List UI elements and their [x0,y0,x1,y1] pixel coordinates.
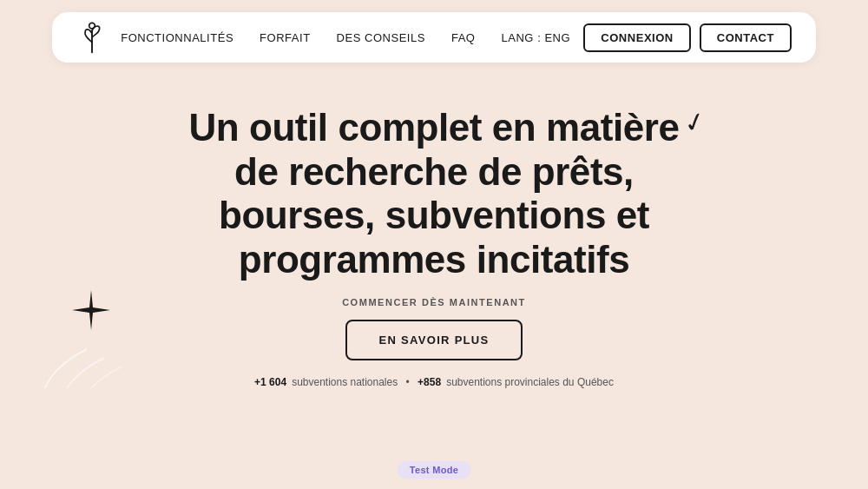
navbar: FONCTIONNALITÉS FORFAIT DES CONSEILS FAQ… [52,12,816,63]
logo[interactable] [76,19,108,56]
test-mode-badge: Test Mode [398,461,471,479]
stats-provincial-count: +858 [418,376,441,388]
stats-national-label: subventions nationales [292,376,398,388]
hero-section: Un outil complet en matière de recherche… [0,63,868,388]
stats-national-count: +1 604 [254,376,286,388]
squiggle-decoration: ✓ [681,105,709,140]
nav-item-faq[interactable]: FAQ [451,30,476,45]
en-savoir-plus-button[interactable]: EN SAVOIR PLUS [345,320,522,360]
nav-item-fonctionnalites[interactable]: FONCTIONNALITÉS [121,30,233,45]
nav-actions: CONNEXION CONTACT [583,23,792,52]
nav-item-lang[interactable]: LANG : ENG [502,30,571,45]
hero-subtitle: COMMENCER DÈS MAINTENANT [342,297,526,307]
hero-stats: +1 604 subventions nationales • +858 sub… [254,376,614,388]
stats-provincial-label: subventions provinciales du Québec [446,376,614,388]
contact-button[interactable]: CONTACT [700,23,792,52]
lines-decoration [17,340,156,388]
nav-links: FONCTIONNALITÉS FORFAIT DES CONSEILS FAQ… [121,30,570,45]
connexion-button[interactable]: CONNEXION [583,23,690,52]
star-decoration [69,288,113,332]
hero-title: Un outil complet en matière de recherche… [188,106,679,281]
svg-point-1 [89,23,95,29]
nav-item-forfait[interactable]: FORFAIT [260,30,311,45]
nav-item-des-conseils[interactable]: DES CONSEILS [337,30,425,45]
